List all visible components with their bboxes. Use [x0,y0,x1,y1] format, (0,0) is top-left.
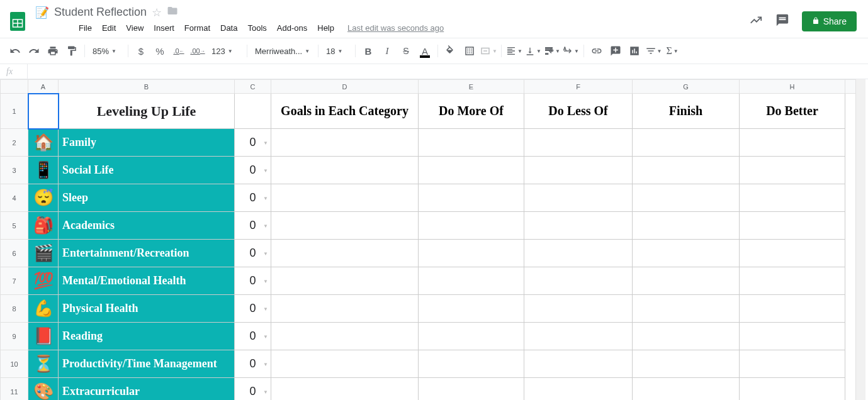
cell-b1[interactable]: Leveling Up Life [59,94,235,129]
formula-input[interactable] [28,64,868,79]
doc-title[interactable]: Student Reflection [54,6,147,19]
horizontal-align-button[interactable]: ▼ [505,42,523,60]
category-icon[interactable]: 📕 [28,323,59,350]
category-icon[interactable]: 🎒 [28,212,59,240]
strikethrough-button[interactable]: S [397,42,415,60]
row-header-6[interactable]: 6 [1,240,28,267]
cell[interactable] [740,240,845,267]
cell-c1[interactable] [235,94,271,129]
row-header-8[interactable]: 8 [1,295,28,323]
comments-icon[interactable] [775,13,789,30]
cell[interactable] [633,240,740,267]
dropdown-caret-icon[interactable]: ▼ [263,250,268,256]
cell[interactable] [740,378,845,401]
zoom-select[interactable]: 85%▼ [89,47,124,56]
cell[interactable] [740,267,845,295]
col-header-f[interactable]: F [524,80,633,94]
cell[interactable] [633,378,740,401]
col-header-d[interactable]: D [271,80,419,94]
row-header-11[interactable]: 11 [1,378,28,401]
sheets-app-icon[interactable] [5,9,30,34]
row-header-2[interactable]: 2 [1,129,28,157]
star-icon[interactable]: ☆ [152,6,162,19]
cell[interactable] [524,157,633,184]
menu-help[interactable]: Help [313,21,339,35]
menu-edit[interactable]: Edit [98,21,120,35]
dropdown-caret-icon[interactable]: ▼ [263,278,268,284]
category-icon[interactable]: 💪 [28,295,59,323]
cell[interactable] [633,323,740,350]
activity-icon[interactable] [749,13,763,30]
cell[interactable] [271,240,419,267]
col-header-a[interactable]: A [28,80,59,94]
vertical-scrollbar[interactable] [855,79,865,400]
category-label-cell[interactable]: Family [59,129,235,157]
cell-e1[interactable]: Do More Of [419,94,524,129]
cell[interactable] [633,295,740,323]
italic-button[interactable]: I [378,42,396,60]
cell-a1[interactable] [28,94,59,129]
cell[interactable] [740,212,845,240]
dropdown-caret-icon[interactable]: ▼ [263,389,268,394]
borders-button[interactable] [461,42,478,60]
category-icon[interactable]: ⏳ [28,350,59,378]
row-header-1[interactable]: 1 [1,94,28,129]
cell[interactable] [524,350,633,378]
category-label-cell[interactable]: Entertainment/Recreation [59,240,235,267]
percent-button[interactable]: % [151,42,169,60]
bold-button[interactable]: B [359,42,377,60]
cell[interactable] [740,157,845,184]
dropdown-caret-icon[interactable]: ▼ [263,333,268,339]
print-button[interactable] [44,42,62,60]
cell[interactable] [419,267,524,295]
functions-button[interactable]: Σ▼ [663,42,681,60]
cell[interactable] [524,240,633,267]
category-label-cell[interactable]: Reading [59,323,235,350]
cell[interactable] [271,295,419,323]
insert-chart-button[interactable] [626,42,643,60]
menu-addons[interactable]: Add-ons [273,21,312,35]
row-header-9[interactable]: 9 [1,323,28,350]
col-header-e[interactable]: E [419,80,524,94]
menu-format[interactable]: Format [180,21,215,35]
cell[interactable] [271,157,419,184]
category-icon[interactable]: 🎬 [28,240,59,267]
row-header-10[interactable]: 10 [1,350,28,378]
cell[interactable] [740,350,845,378]
cell[interactable] [633,212,740,240]
paint-format-button[interactable] [63,42,81,60]
category-value-cell[interactable]: 0▼ [235,378,271,401]
text-rotation-button[interactable]: ▼ [562,42,580,60]
cell[interactable] [633,184,740,212]
category-label-cell[interactable]: Physical Health [59,295,235,323]
cell[interactable] [271,350,419,378]
category-icon[interactable]: 🎨 [28,378,59,401]
cell[interactable] [271,267,419,295]
last-edit-link[interactable]: Last edit was seconds ago [347,23,444,33]
menu-data[interactable]: Data [216,21,242,35]
dropdown-caret-icon[interactable]: ▼ [263,140,268,145]
cell-h1[interactable]: Do Better [740,94,845,129]
cell[interactable] [524,323,633,350]
cell[interactable] [419,323,524,350]
text-color-button[interactable]: A [416,42,434,60]
menu-insert[interactable]: Insert [149,21,179,35]
cell[interactable] [271,212,419,240]
cell[interactable] [740,184,845,212]
category-icon[interactable]: 😴 [28,184,59,212]
decrease-decimal-button[interactable]: .0← [170,42,188,60]
spreadsheet-grid[interactable]: A B C D E F G H 1 Leveling Up Life Goals… [0,79,855,400]
category-value-cell[interactable]: 0▼ [235,129,271,157]
dropdown-caret-icon[interactable]: ▼ [263,306,268,311]
category-value-cell[interactable]: 0▼ [235,184,271,212]
insert-comment-button[interactable] [607,42,624,60]
move-folder-icon[interactable] [167,5,178,19]
category-label-cell[interactable]: Sleep [59,184,235,212]
merge-cells-button[interactable]: ▼ [480,42,497,60]
dropdown-caret-icon[interactable]: ▼ [263,167,268,173]
category-value-cell[interactable]: 0▼ [235,323,271,350]
vertical-align-button[interactable]: ▼ [524,42,542,60]
dropdown-caret-icon[interactable]: ▼ [263,195,268,201]
category-value-cell[interactable]: 0▼ [235,157,271,184]
cell[interactable] [633,350,740,378]
